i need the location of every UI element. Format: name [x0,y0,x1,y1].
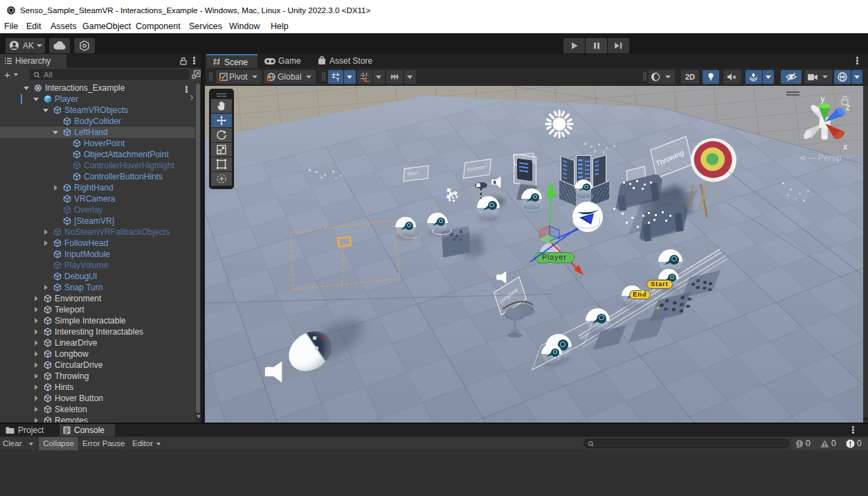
svg-text:x: x [843,142,847,152]
svg-text:y: y [821,95,826,104]
